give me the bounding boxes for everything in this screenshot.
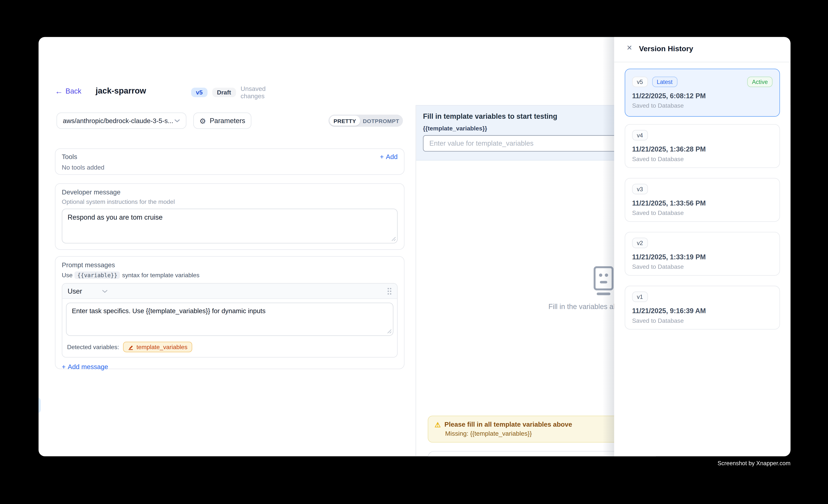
- version-status: Saved to Database: [632, 317, 773, 324]
- chevron-down-icon[interactable]: [102, 289, 108, 293]
- version-badge: v5: [191, 88, 207, 97]
- version-status: Saved to Database: [632, 210, 773, 216]
- add-tool-label: Add: [386, 153, 398, 161]
- version-card-v1[interactable]: v1 11/21/2025, 9:16:39 AM Saved to Datab…: [625, 286, 780, 330]
- close-icon[interactable]: ×: [627, 43, 632, 53]
- prompt-messages-hint: Use {{variable}} syntax for template var…: [62, 271, 398, 279]
- header-badges: v5 Draft Unsaved changes: [191, 85, 266, 100]
- back-arrow-icon: ←: [55, 87, 63, 95]
- message-content-input[interactable]: Enter task specifics. Use {{template_var…: [66, 303, 394, 336]
- view-mode-toggle: PRETTY DOTPROMPT: [328, 115, 403, 127]
- version-history-panel: × Version History v5 Latest Active 11/22…: [614, 37, 791, 456]
- version-label-badge: v5: [632, 77, 648, 87]
- screenshot-stage: ← Back jack-sparrow v5 Draft Unsaved cha…: [0, 0, 828, 504]
- developer-message-hint: Optional system instructions for the mod…: [62, 199, 398, 205]
- version-label-badge: v4: [632, 130, 648, 140]
- developer-message-label: Developer message: [62, 188, 398, 196]
- back-label: Back: [66, 87, 81, 95]
- developer-message-input[interactable]: Respond as you are tom cruise: [62, 209, 398, 243]
- draft-badge: Draft: [212, 88, 236, 97]
- version-list: v5 Latest Active 11/22/2025, 6:08:12 PM …: [625, 69, 780, 340]
- app-window: ← Back jack-sparrow v5 Draft Unsaved cha…: [39, 37, 791, 456]
- edge-peek-pill: [39, 397, 41, 414]
- template-variable-chip-label: template_variables: [136, 344, 188, 350]
- variable-syntax-chip: {{variable}}: [75, 271, 120, 279]
- version-label-badge: v2: [632, 238, 648, 248]
- chevron-down-icon: [174, 119, 180, 123]
- panel-divider: [614, 62, 791, 62]
- version-timestamp: 11/21/2025, 1:33:56 PM: [632, 199, 773, 207]
- model-selector-value: aws/anthropic/bedrock-claude-3-5-s...: [63, 117, 173, 124]
- hint-suffix: syntax for template variables: [122, 272, 200, 278]
- warning-icon: ⚠: [434, 421, 441, 428]
- prompt-messages-card: Prompt messages Use {{variable}} syntax …: [55, 256, 405, 369]
- warning-title: Please fill in all template variables ab…: [445, 421, 572, 428]
- pencil-icon: [128, 344, 134, 350]
- detected-variables-row: Detected variables: template_variables: [62, 339, 397, 357]
- active-badge: Active: [747, 77, 773, 87]
- tools-empty-text: No tools added: [62, 164, 398, 171]
- plus-icon: +: [380, 153, 384, 161]
- version-status: Saved to Database: [632, 263, 773, 270]
- parameters-button[interactable]: ⚙ Parameters: [193, 113, 251, 129]
- version-status: Saved to Database: [632, 102, 773, 109]
- template-variable-chip[interactable]: template_variables: [123, 342, 192, 352]
- resize-handle-icon[interactable]: [391, 237, 396, 241]
- version-timestamp: 11/21/2025, 1:36:28 PM: [632, 145, 773, 153]
- detected-variables-label: Detected variables:: [67, 344, 119, 350]
- prompt-messages-label: Prompt messages: [62, 261, 398, 269]
- plus-icon: +: [62, 364, 66, 371]
- version-card-v3[interactable]: v3 11/21/2025, 1:33:56 PM Saved to Datab…: [625, 178, 780, 222]
- developer-message-card: Developer message Optional system instru…: [55, 183, 405, 250]
- header: ← Back jack-sparrow v5 Draft Unsaved cha…: [55, 84, 146, 97]
- back-button[interactable]: ← Back: [55, 87, 81, 95]
- resize-handle-icon[interactable]: [387, 329, 392, 334]
- toggle-pretty[interactable]: PRETTY: [330, 116, 360, 126]
- version-timestamp: 11/21/2025, 9:16:39 AM: [632, 307, 773, 315]
- message-header: User: [62, 284, 397, 299]
- version-status: Saved to Database: [632, 156, 773, 162]
- latest-badge: Latest: [652, 77, 677, 87]
- add-message-button[interactable]: + Add message: [62, 364, 398, 371]
- role-select-value[interactable]: User: [68, 287, 82, 295]
- hint-prefix: Use: [62, 272, 73, 278]
- version-card-v4[interactable]: v4 11/21/2025, 1:36:28 PM Saved to Datab…: [625, 124, 780, 168]
- version-timestamp: 11/22/2025, 6:08:12 PM: [632, 92, 773, 100]
- version-timestamp: 11/21/2025, 1:33:19 PM: [632, 253, 773, 261]
- version-card-v5[interactable]: v5 Latest Active 11/22/2025, 6:08:12 PM …: [625, 69, 780, 117]
- toggle-dotprompt[interactable]: DOTPROMPT: [360, 116, 402, 126]
- watermark-text: Screenshot by Xnapper.com: [717, 460, 791, 466]
- version-label-badge: v3: [632, 184, 648, 195]
- model-selector[interactable]: aws/anthropic/bedrock-claude-3-5-s...: [56, 113, 186, 129]
- version-label-badge: v1: [632, 292, 648, 302]
- prompt-message-block: User Enter task specifics. Use {{templat…: [62, 283, 398, 358]
- drag-handle-icon[interactable]: [387, 287, 392, 295]
- unsaved-changes-text: Unsaved changes: [241, 85, 266, 100]
- parameters-label: Parameters: [210, 117, 245, 125]
- version-card-v2[interactable]: v2 11/21/2025, 1:33:19 PM Saved to Datab…: [625, 232, 780, 276]
- add-message-label: Add message: [68, 364, 108, 371]
- page-title: jack-sparrow: [95, 86, 146, 96]
- tools-card: Tools + Add No tools added: [55, 149, 405, 175]
- add-tool-button[interactable]: + Add: [380, 153, 398, 161]
- tools-label: Tools: [62, 153, 77, 161]
- version-history-title: Version History: [639, 44, 693, 53]
- gear-icon: ⚙: [200, 117, 206, 124]
